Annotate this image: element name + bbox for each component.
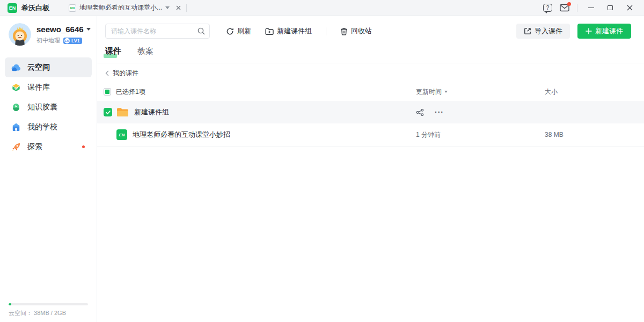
tab-courseware[interactable]: 课件 — [105, 46, 121, 63]
level-badge: EN LV1 — [63, 38, 82, 44]
rocket-icon — [11, 142, 21, 152]
import-courseware-label: 导入课件 — [535, 26, 562, 36]
sort-caret-icon — [444, 91, 448, 93]
level-badge-lv: LV1 — [71, 38, 80, 43]
sidebar-item-my-school[interactable]: 我的学校 — [5, 117, 92, 137]
toolbar: 刷新 新建课件组 回收站 — [97, 16, 644, 39]
sidebar-item-cloud-space[interactable]: 云空间 — [5, 57, 92, 77]
controls-divider — [577, 4, 577, 12]
sidebar-item-label: 课件库 — [27, 83, 50, 92]
search-box[interactable] — [105, 24, 210, 39]
sidebar-item-label: 云空间 — [27, 63, 50, 72]
help-icon[interactable]: ? — [543, 4, 552, 12]
minimize-button[interactable] — [585, 2, 597, 14]
user-menu-caret-icon[interactable] — [86, 28, 91, 31]
school-icon — [11, 122, 21, 133]
share-icon[interactable] — [416, 108, 424, 116]
trash-icon — [340, 27, 348, 35]
sidebar-menu: 云空间 课件库 — [0, 51, 97, 157]
search-icon[interactable] — [197, 27, 205, 35]
titlebar: EN 希沃白板 EN 地理老师必看的互动课堂小... ? — [0, 0, 644, 16]
breadcrumb-label[interactable]: 我的课件 — [113, 69, 138, 78]
sidebar-item-explore[interactable]: 探索 — [5, 137, 92, 157]
recycle-bin-label: 回收站 — [351, 26, 372, 36]
new-group-button[interactable]: 新建课件组 — [265, 26, 312, 36]
tab-dropdown-icon[interactable] — [165, 6, 170, 9]
library-icon — [11, 82, 21, 93]
import-courseware-button[interactable]: 导入课件 — [516, 24, 570, 39]
tab-lesson-plan[interactable]: 教案 — [137, 46, 153, 63]
app-title: 希沃白板 — [21, 3, 49, 13]
tab-label: 课件 — [105, 46, 121, 55]
refresh-label: 刷新 — [237, 26, 251, 36]
storage-label: 云空间： — [9, 310, 32, 316]
user-subject: 初中地理 — [36, 36, 60, 45]
selection-count: 已选择1项 — [116, 87, 145, 97]
list-header: 已选择1项 更新时间 大小 — [97, 83, 644, 101]
column-header-size: 大小 — [545, 87, 558, 97]
row-size: 38 MB — [545, 131, 564, 138]
courseware-file-icon: EN — [116, 129, 127, 140]
create-courseware-button[interactable]: 新建课件 — [577, 24, 631, 39]
close-button[interactable] — [624, 2, 635, 14]
sidebar: seewo_6646 初中地理 EN LV1 — [0, 16, 97, 322]
folder-icon — [116, 107, 129, 118]
create-courseware-label: 新建课件 — [595, 26, 623, 36]
back-chevron-icon[interactable] — [105, 70, 109, 76]
sidebar-item-label: 探索 — [27, 142, 42, 152]
column-header-updated-time[interactable]: 更新时间 — [416, 87, 448, 97]
document-tab[interactable]: EN 地理老师必看的互动课堂小... — [63, 0, 186, 16]
new-group-label: 新建课件组 — [277, 26, 312, 36]
sidebar-item-knowledge-capsule[interactable]: 知识胶囊 — [5, 97, 92, 117]
table-row-folder[interactable]: 新建课件组 ··· — [97, 101, 644, 123]
row-name[interactable]: 地理老师必看的互动课堂小妙招 — [133, 130, 230, 140]
plus-icon — [586, 28, 592, 34]
content-tabs: 课件 教案 — [97, 46, 644, 63]
tab-close-icon[interactable] — [176, 5, 181, 10]
main-content: 刷新 新建课件组 回收站 — [97, 16, 644, 322]
select-all-checkbox[interactable] — [104, 88, 111, 96]
cloud-icon — [11, 62, 21, 73]
level-badge-en: EN — [64, 38, 70, 43]
row-name[interactable]: 新建课件组 — [134, 107, 169, 117]
maximize-button[interactable] — [604, 2, 616, 14]
storage-progress-fill — [9, 303, 11, 305]
recycle-bin-button[interactable]: 回收站 — [340, 26, 372, 36]
more-actions-icon[interactable]: ··· — [435, 108, 444, 116]
row-checkbox-checked[interactable] — [104, 108, 112, 116]
user-profile: seewo_6646 初中地理 EN LV1 — [0, 16, 97, 51]
storage-indicator: 云空间： 38MB / 2GB — [9, 303, 88, 317]
messages-icon[interactable] — [560, 4, 569, 12]
refresh-icon — [226, 27, 234, 35]
tab-label: 教案 — [137, 46, 153, 55]
row-updated-time: 1 分钟前 — [416, 130, 441, 140]
document-tab-title: 地理老师必看的互动课堂小... — [79, 3, 162, 12]
document-tab-icon: EN — [69, 4, 76, 12]
tab-divider — [186, 4, 187, 12]
app-window: EN 希沃白板 EN 地理老师必看的互动课堂小... ? — [0, 0, 644, 322]
notification-dot — [567, 2, 571, 6]
explore-red-dot — [82, 145, 85, 148]
sidebar-item-courseware-library[interactable]: 课件库 — [5, 77, 92, 97]
table-row-file[interactable]: EN 地理老师必看的互动课堂小妙招 1 分钟前 38 MB — [97, 123, 644, 147]
app-logo: EN — [8, 3, 17, 13]
breadcrumb: 我的课件 — [97, 63, 644, 83]
storage-progressbar — [9, 303, 88, 305]
sidebar-item-label: 知识胶囊 — [27, 103, 57, 112]
folder-plus-icon — [265, 27, 274, 35]
capsule-icon — [11, 102, 21, 113]
refresh-button[interactable]: 刷新 — [226, 26, 251, 36]
username: seewo_6646 — [36, 25, 84, 34]
avatar[interactable] — [9, 23, 31, 46]
sidebar-item-label: 我的学校 — [27, 122, 57, 132]
toolbar-divider — [326, 27, 326, 35]
storage-value: 38MB / 2GB — [34, 310, 66, 316]
search-input[interactable] — [111, 27, 197, 35]
import-icon — [524, 27, 531, 35]
